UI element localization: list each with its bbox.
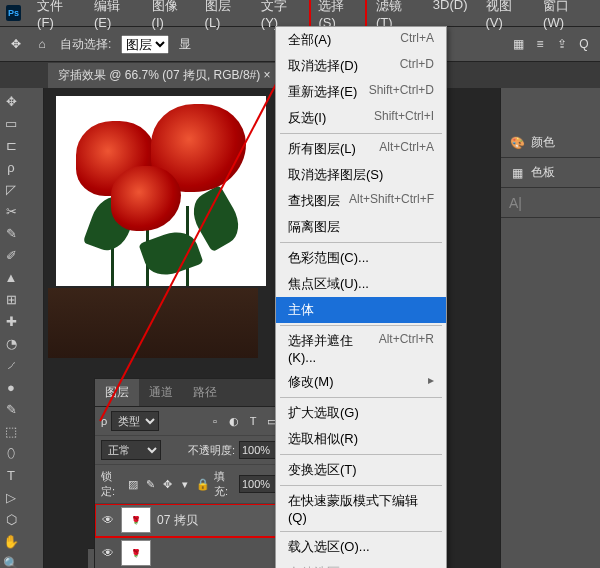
canvas[interactable] <box>56 96 266 286</box>
filter-pixel-icon[interactable]: ▫ <box>207 413 223 429</box>
document-tab[interactable]: 穿插效果 @ 66.7% (07 拷贝, RGB/8#) × <box>48 63 282 88</box>
canvas-bottom <box>48 288 258 358</box>
menu-item-全部(A)[interactable]: 全部(A)Ctrl+A <box>276 27 446 53</box>
menu-窗口(W)[interactable]: 窗口(W) <box>535 0 594 34</box>
tool[interactable]: 🔍 <box>0 552 22 568</box>
menu-item-隔离图层[interactable]: 隔离图层 <box>276 214 446 240</box>
layer-filter-type[interactable]: 类型 <box>111 411 159 431</box>
tool[interactable]: ✐ <box>0 244 22 266</box>
menu-item-主体[interactable]: 主体 <box>276 297 446 323</box>
auto-select-target[interactable]: 图层 <box>121 35 169 54</box>
tool[interactable]: ⟋ <box>0 354 22 376</box>
menu-item-扩大选取(G)[interactable]: 扩大选取(G) <box>276 400 446 426</box>
blend-mode-select[interactable]: 正常 <box>101 440 161 460</box>
menu-item-取消选择图层(S)[interactable]: 取消选择图层(S) <box>276 162 446 188</box>
lock-brush-icon[interactable]: ✎ <box>144 476 157 492</box>
visibility-icon[interactable]: 👁 <box>101 513 115 527</box>
select-menu-dropdown: 全部(A)Ctrl+A取消选择(D)Ctrl+D重新选择(E)Shift+Ctr… <box>275 26 447 568</box>
menu-item-反选(I)[interactable]: 反选(I)Shift+Ctrl+I <box>276 105 446 131</box>
fill-label: 填充: <box>214 469 235 499</box>
tool[interactable]: ✚ <box>0 310 22 332</box>
tool[interactable]: ⊏ <box>0 134 22 156</box>
tool[interactable]: ⬚ <box>0 420 22 442</box>
filter-adj-icon[interactable]: ◐ <box>226 413 242 429</box>
tool[interactable]: ✂ <box>0 200 22 222</box>
tool[interactable]: ◸ <box>0 178 22 200</box>
menu-编辑(E)[interactable]: 编辑(E) <box>86 0 142 34</box>
lock-nesting-icon[interactable]: ▾ <box>178 476 191 492</box>
distribute-icon[interactable]: ≡ <box>532 36 548 52</box>
home-icon[interactable]: ⌂ <box>34 36 50 52</box>
tool[interactable]: ✋ <box>0 530 22 552</box>
tool[interactable]: T <box>0 464 22 486</box>
menu-item-变换选区(T)[interactable]: 变换选区(T) <box>276 457 446 483</box>
menu-item-在快速蒙版模式下编辑(Q)[interactable]: 在快速蒙版模式下编辑(Q) <box>276 488 446 529</box>
tool[interactable]: ✎ <box>0 398 22 420</box>
menu-item-所有图层(L)[interactable]: 所有图层(L)Alt+Ctrl+A <box>276 136 446 162</box>
tool[interactable]: ✎ <box>0 222 22 244</box>
show-transform-label: 显 <box>179 36 191 53</box>
layer-row[interactable]: 👁🌹07 拷贝 <box>95 504 305 537</box>
layers-tab-路径[interactable]: 路径 <box>183 379 227 406</box>
lock-position-icon[interactable]: ✥ <box>161 476 174 492</box>
search-icon[interactable]: Q <box>576 36 592 52</box>
tool[interactable]: ρ <box>0 156 22 178</box>
menu-item-色彩范围(C)...[interactable]: 色彩范围(C)... <box>276 245 446 271</box>
move-tool-icon: ✥ <box>8 36 24 52</box>
menu-item-重新选择(E)[interactable]: 重新选择(E)Shift+Ctrl+D <box>276 79 446 105</box>
palette-icon: 🎨 <box>509 135 525 151</box>
tool[interactable]: ⬡ <box>0 508 22 530</box>
tool[interactable]: ▭ <box>0 112 22 134</box>
tool[interactable]: ▷ <box>0 486 22 508</box>
tool[interactable]: ◔ <box>0 332 22 354</box>
tool[interactable]: ✥ <box>0 90 22 112</box>
menu-item-载入选区(O)...[interactable]: 载入选区(O)... <box>276 534 446 560</box>
swatch-icon: ▦ <box>509 165 525 181</box>
panel-palette[interactable]: 🎨颜色 <box>501 128 600 158</box>
close-icon[interactable]: × <box>264 68 271 82</box>
menu-文件(F)[interactable]: 文件(F) <box>29 0 84 34</box>
menu-视图(V)[interactable]: 视图(V) <box>478 0 534 34</box>
layer-name[interactable]: 07 拷贝 <box>157 512 198 529</box>
menu-item-取消选择(D)[interactable]: 取消选择(D)Ctrl+D <box>276 53 446 79</box>
menu-item-焦点区域(U)...[interactable]: 焦点区域(U)... <box>276 271 446 297</box>
tool[interactable]: ⊞ <box>0 288 22 310</box>
menu-item-存储选区(V)...[interactable]: 存储选区(V)... <box>276 560 446 568</box>
filter-type-icon[interactable]: T <box>245 413 261 429</box>
menu-图像(I)[interactable]: 图像(I) <box>144 0 195 34</box>
tool[interactable]: ● <box>0 376 22 398</box>
menu-item-修改(M)[interactable]: 修改(M)▸ <box>276 369 446 395</box>
panel-swatch[interactable]: ▦色板 <box>501 158 600 188</box>
layers-tab-通道[interactable]: 通道 <box>139 379 183 406</box>
menu-item-查找图层[interactable]: 查找图层Alt+Shift+Ctrl+F <box>276 188 446 214</box>
lock-label: 锁定: <box>101 469 122 499</box>
auto-select-label: 自动选择: <box>60 36 111 53</box>
layers-tab-图层[interactable]: 图层 <box>95 379 139 406</box>
layer-row[interactable]: 👁🌹 <box>95 537 305 568</box>
opacity-label: 不透明度: <box>188 443 235 458</box>
visibility-icon[interactable]: 👁 <box>101 546 115 560</box>
menu-item-选取相似(R)[interactable]: 选取相似(R) <box>276 426 446 452</box>
app-logo: Ps <box>6 5 21 21</box>
menu-item-选择并遮住(K)...[interactable]: 选择并遮住(K)...Alt+Ctrl+R <box>276 328 446 369</box>
lock-all-icon[interactable]: 🔒 <box>196 476 210 492</box>
tool[interactable]: ▲ <box>0 266 22 288</box>
menu-图层(L)[interactable]: 图层(L) <box>197 0 251 34</box>
lock-pixels-icon[interactable]: ▨ <box>126 476 139 492</box>
tool[interactable]: ⬯ <box>0 442 22 464</box>
align-icon[interactable]: ▦ <box>510 36 526 52</box>
share-icon[interactable]: ⇪ <box>554 36 570 52</box>
